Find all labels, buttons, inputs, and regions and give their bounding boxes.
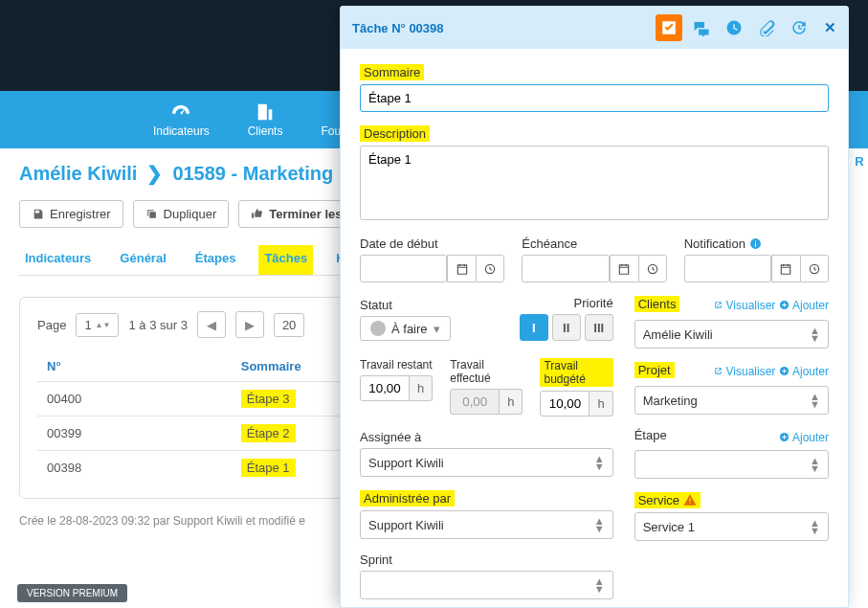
- pager-prev[interactable]: ◀: [197, 311, 226, 338]
- clients-view-link[interactable]: Visualiser: [713, 299, 776, 312]
- status-dot-icon: [370, 321, 386, 336]
- info-icon[interactable]: [749, 236, 762, 251]
- budget-input[interactable]: [540, 391, 590, 417]
- close-icon[interactable]: ✕: [824, 19, 836, 36]
- assignee-select[interactable]: Support Kiwili▲▼: [360, 448, 613, 477]
- label-admin: Administrée par: [360, 490, 613, 507]
- remain-input[interactable]: [360, 375, 410, 401]
- pager-label: Page: [37, 318, 66, 332]
- save-icon: [32, 208, 44, 220]
- gauge-icon: [167, 101, 194, 123]
- label-description: Description: [360, 125, 829, 142]
- cell-num: 00400: [37, 382, 232, 417]
- btn-label: Terminer les: [269, 207, 342, 221]
- sommaire-input[interactable]: [360, 84, 829, 112]
- label-budget: Travail budgété: [540, 358, 612, 387]
- client-value: Amélie Kiwili: [643, 327, 713, 342]
- external-icon: [713, 300, 723, 310]
- warning-icon: [683, 493, 697, 507]
- copy-icon: [145, 208, 158, 220]
- tab-general[interactable]: Général: [114, 245, 171, 275]
- status-select[interactable]: À faire▾: [360, 316, 451, 341]
- breadcrumb-project[interactable]: 01589 - Marketing: [172, 163, 333, 185]
- nav-indicateurs[interactable]: Indicateurs: [153, 101, 210, 138]
- tab-attach-icon[interactable]: [753, 14, 780, 41]
- nav-clients[interactable]: Clients: [248, 101, 283, 138]
- unit-label: h: [500, 389, 523, 415]
- unit-label: h: [590, 391, 612, 417]
- description-input[interactable]: Étape 1: [360, 146, 829, 220]
- breadcrumb-user[interactable]: Amélie Kiwili: [19, 163, 137, 185]
- label-done: Travail effectué: [450, 358, 523, 385]
- save-button[interactable]: Enregistrer: [19, 200, 123, 228]
- tab-taches[interactable]: Tâches: [258, 245, 313, 275]
- tab-etapes[interactable]: Étapes: [189, 245, 242, 275]
- tab-comments-icon[interactable]: [688, 14, 715, 41]
- label-notif: Notification: [684, 236, 829, 251]
- calendar-icon[interactable]: [447, 255, 476, 282]
- nav-label: Indicateurs: [153, 124, 210, 138]
- page-input[interactable]: 1▲▼: [76, 313, 119, 337]
- label-start: Date de début: [360, 236, 504, 251]
- cell-summary: Étape 2: [241, 424, 296, 442]
- external-icon: [713, 366, 723, 376]
- service-select[interactable]: Service 1▲▼: [634, 512, 829, 541]
- label-sprint: Sprint: [360, 552, 613, 567]
- calendar-icon[interactable]: [610, 255, 638, 282]
- sprint-select[interactable]: ▲▼: [360, 571, 613, 599]
- chevron-right-icon: ❯: [146, 162, 163, 185]
- btn-label: Dupliquer: [164, 207, 217, 221]
- client-select[interactable]: Amélie Kiwili▲▼: [634, 320, 829, 349]
- btn-label: Enregistrer: [50, 207, 111, 221]
- project-add-link[interactable]: Ajouter: [779, 365, 829, 378]
- due-input[interactable]: [522, 255, 609, 282]
- admin-select[interactable]: Support Kiwili▲▼: [360, 510, 613, 539]
- project-select[interactable]: Marketing▲▼: [634, 386, 829, 415]
- duplicate-button[interactable]: Dupliquer: [133, 200, 230, 228]
- assignee-value: Support Kiwili: [368, 456, 444, 470]
- cell-num: 00398: [37, 451, 232, 485]
- priority-1[interactable]: I: [520, 314, 548, 341]
- tab-indicateurs[interactable]: Indicateurs: [19, 245, 97, 275]
- clock-icon: [725, 19, 743, 36]
- label-service: Service: [634, 492, 829, 508]
- label-status: Statut: [360, 298, 451, 312]
- finish-button[interactable]: Terminer les: [238, 200, 354, 228]
- priority-3[interactable]: III: [585, 314, 613, 341]
- done-input: [450, 389, 500, 415]
- step-select[interactable]: ▲▼: [634, 450, 829, 479]
- step-add-link[interactable]: Ajouter: [779, 431, 829, 444]
- clock-icon[interactable]: [800, 255, 829, 282]
- tab-history-icon[interactable]: [786, 14, 812, 41]
- label-priority: Priorité: [468, 296, 613, 310]
- pager-range: 1 à 3 sur 3: [128, 318, 187, 332]
- notif-input[interactable]: [684, 255, 771, 282]
- cell-num: 00399: [37, 417, 232, 451]
- start-input[interactable]: [360, 255, 447, 282]
- pager-next[interactable]: ▶: [235, 311, 264, 338]
- col-num[interactable]: N°: [37, 351, 232, 382]
- unit-label: h: [410, 375, 433, 401]
- calendar-icon[interactable]: [771, 255, 800, 282]
- page-size[interactable]: 20: [274, 313, 304, 337]
- right-fragment: R: [851, 148, 868, 191]
- building-icon: [252, 101, 278, 123]
- project-value: Marketing: [643, 394, 698, 408]
- clock-icon[interactable]: [638, 255, 667, 282]
- clients-add-link[interactable]: Ajouter: [779, 299, 829, 312]
- project-view-link[interactable]: Visualiser: [713, 365, 776, 378]
- plus-icon: [779, 366, 790, 376]
- label-clients: Clients: [634, 296, 680, 312]
- cell-summary: Étape 1: [241, 459, 296, 477]
- label-due: Échéance: [522, 236, 666, 251]
- history-icon: [790, 19, 808, 36]
- priority-2[interactable]: II: [552, 314, 581, 341]
- status-value: À faire: [391, 322, 428, 336]
- premium-badge: VERSION PREMIUM: [17, 584, 127, 602]
- tab-details-icon[interactable]: [656, 14, 682, 41]
- label-project: Projet: [634, 362, 675, 378]
- tab-time-icon[interactable]: [721, 14, 747, 41]
- clock-icon[interactable]: [476, 255, 504, 282]
- modal-title: Tâche N° 00398: [352, 21, 650, 35]
- paperclip-icon: [758, 19, 775, 36]
